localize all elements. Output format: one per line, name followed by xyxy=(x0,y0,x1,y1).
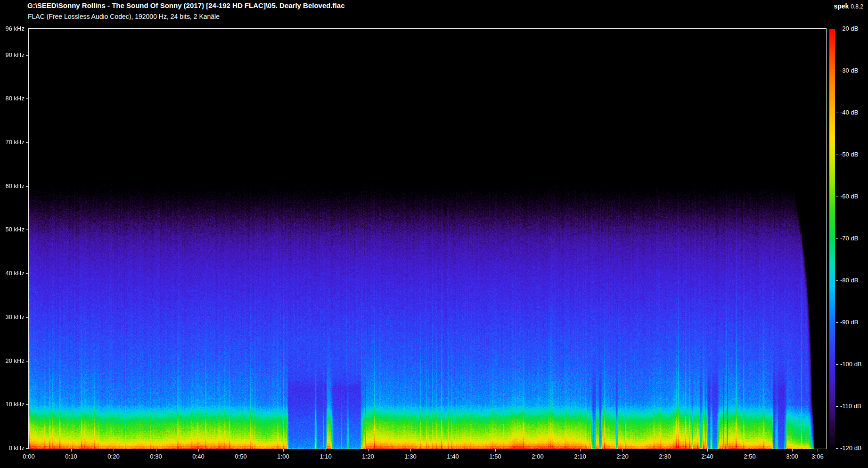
legend-tick xyxy=(836,322,838,323)
legend-color-bar xyxy=(829,29,835,449)
time-label: 1:00 xyxy=(269,453,297,460)
freq-label: 70 kHz xyxy=(0,139,25,146)
time-label: 3:06 xyxy=(803,453,832,460)
time-label: 1:20 xyxy=(354,453,382,460)
time-tick xyxy=(410,449,411,452)
legend-label: -60 dB xyxy=(840,193,868,200)
freq-tick xyxy=(26,186,29,187)
time-tick xyxy=(495,449,496,452)
time-tick xyxy=(114,449,114,452)
time-tick xyxy=(665,449,665,452)
legend-tick xyxy=(836,364,838,365)
legend-label: -80 dB xyxy=(840,277,868,284)
time-label: 1:30 xyxy=(396,453,425,460)
time-tick xyxy=(707,449,708,452)
legend-label: -20 dB xyxy=(840,25,868,33)
time-label: 2:10 xyxy=(566,453,594,460)
time-tick xyxy=(818,449,818,452)
app-badge: spek0.8.2 xyxy=(834,2,863,10)
time-tick xyxy=(750,449,750,452)
time-tick xyxy=(241,449,241,452)
app-name: spek xyxy=(834,2,849,10)
time-label: 0:40 xyxy=(184,453,213,460)
legend-label: -30 dB xyxy=(840,67,868,74)
time-label: 2:20 xyxy=(608,453,637,460)
time-tick xyxy=(453,449,453,452)
freq-label: 20 kHz xyxy=(0,357,25,365)
time-label: 2:40 xyxy=(693,453,721,460)
time-label: 3:00 xyxy=(778,453,806,460)
time-tick xyxy=(538,449,538,452)
time-label: 2:00 xyxy=(524,453,552,460)
app-version: 0.8.2 xyxy=(851,3,863,10)
freq-label: 80 kHz xyxy=(0,95,25,102)
legend-tick xyxy=(836,448,838,449)
freq-tick xyxy=(26,361,29,361)
freq-label: 10 kHz xyxy=(0,401,25,408)
legend-tick xyxy=(836,197,838,197)
time-label: 1:50 xyxy=(481,453,509,460)
legend-tick xyxy=(836,155,838,155)
time-tick xyxy=(580,449,581,452)
freq-tick xyxy=(26,29,29,29)
freq-label: 96 kHz xyxy=(0,25,25,33)
time-label: 0:20 xyxy=(99,453,128,460)
time-tick xyxy=(368,449,368,452)
spectrogram-canvas xyxy=(29,29,826,449)
legend-label: -50 dB xyxy=(840,151,868,158)
time-tick xyxy=(156,449,156,452)
legend-label: -70 dB xyxy=(840,235,868,242)
legend-tick xyxy=(836,29,838,29)
freq-tick xyxy=(26,273,29,274)
time-tick xyxy=(198,449,199,452)
legend-label: -120 dB xyxy=(840,444,868,452)
legend-tick xyxy=(836,238,838,239)
time-tick xyxy=(326,449,326,452)
freq-label: 50 kHz xyxy=(0,226,25,233)
time-label: 0:50 xyxy=(227,453,255,460)
legend-tick xyxy=(836,71,838,71)
freq-tick xyxy=(26,404,29,405)
spectrogram-plot-frame xyxy=(28,28,827,449)
time-label: 0:00 xyxy=(15,453,43,460)
legend-tick xyxy=(836,280,838,281)
freq-tick xyxy=(26,230,29,230)
spek-window: { "app": { "name": "spek", "version": "0… xyxy=(0,0,868,468)
time-tick xyxy=(792,449,793,452)
freq-tick xyxy=(26,142,29,143)
freq-tick xyxy=(26,55,29,56)
time-tick xyxy=(29,449,29,452)
file-format-info: FLAC (Free Lossless Audio Codec), 192000… xyxy=(28,13,220,21)
time-label: 2:30 xyxy=(651,453,679,460)
file-path-title: G:\SEED\Sonny Rollins - The Sound Of Son… xyxy=(27,1,344,10)
legend-label: -110 dB xyxy=(840,402,868,410)
time-tick xyxy=(283,449,284,452)
freq-label: 60 kHz xyxy=(0,182,25,190)
time-label: 1:40 xyxy=(439,453,467,460)
freq-label: 40 kHz xyxy=(0,270,25,277)
freq-tick xyxy=(26,99,29,99)
time-label: 1:10 xyxy=(311,453,340,460)
freq-label: 30 kHz xyxy=(0,313,25,321)
legend-label: -90 dB xyxy=(840,319,868,326)
legend-label: -40 dB xyxy=(840,109,868,116)
time-label: 0:10 xyxy=(57,453,85,460)
freq-tick xyxy=(26,317,29,318)
legend-tick xyxy=(836,406,838,407)
legend-label: -100 dB xyxy=(840,361,868,368)
freq-tick xyxy=(26,448,29,449)
time-label: 0:30 xyxy=(142,453,170,460)
time-tick xyxy=(71,449,72,452)
time-tick xyxy=(622,449,623,452)
freq-label: 0 kHz xyxy=(0,444,25,452)
time-label: 2:50 xyxy=(736,453,764,460)
legend-tick xyxy=(836,113,838,113)
freq-label: 90 kHz xyxy=(0,51,25,59)
